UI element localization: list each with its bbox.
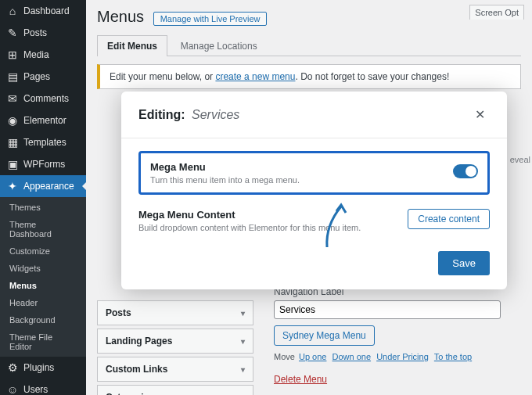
mega-menu-toggle[interactable] [453, 164, 478, 178]
modal-close-button[interactable]: ✕ [470, 106, 490, 124]
content-text: Mega Menu Content Build dropdown content… [138, 209, 408, 232]
mega-menu-toggle-text: Mega Menu Turn this menu item into a meg… [150, 161, 453, 185]
modal-subject: Services [192, 108, 239, 121]
mega-menu-description: Turn this menu item into a mega menu. [150, 175, 453, 185]
save-button[interactable]: Save [438, 251, 490, 275]
mega-menu-content-row: Mega Menu Content Build dropdown content… [138, 209, 490, 232]
modal-footer: Save [121, 242, 507, 289]
content-title: Mega Menu Content [138, 209, 398, 221]
create-content-button[interactable]: Create content [408, 209, 490, 229]
modal-header: Editing: Services ✕ [121, 92, 507, 138]
mega-menu-title: Mega Menu [150, 161, 453, 173]
mega-menu-modal: Editing: Services ✕ Mega Menu Turn this … [121, 92, 507, 289]
modal-title: Editing: Services [138, 108, 239, 122]
modal-body: Mega Menu Turn this menu item into a meg… [121, 138, 507, 242]
modal-editing-label: Editing: [138, 108, 185, 121]
mega-menu-toggle-row: Mega Menu Turn this menu item into a meg… [138, 151, 490, 195]
content-description: Build dropdown content with Elementor fo… [138, 223, 398, 232]
